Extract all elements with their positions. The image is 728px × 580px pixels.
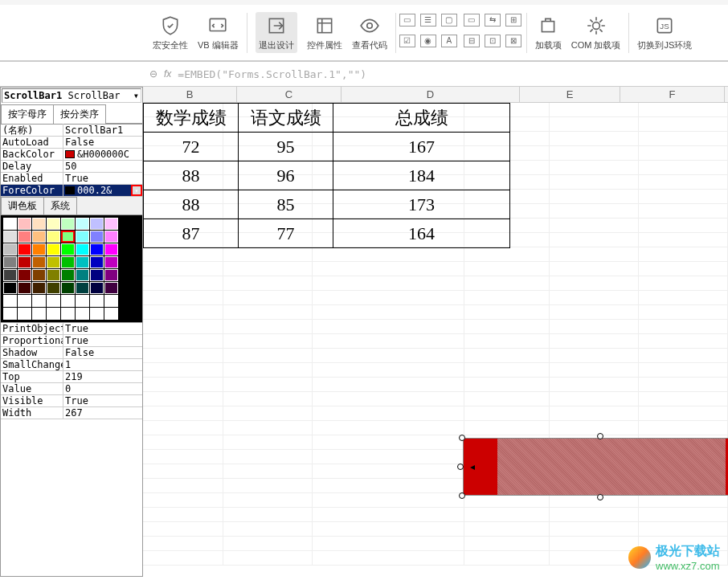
property-row[interactable]: BackColor&H000000C bbox=[1, 149, 142, 161]
cell[interactable] bbox=[223, 508, 313, 522]
color-cell[interactable] bbox=[104, 282, 118, 294]
color-cell[interactable] bbox=[76, 269, 89, 281]
color-cell[interactable] bbox=[32, 282, 46, 294]
color-cell[interactable] bbox=[18, 243, 31, 255]
cell[interactable] bbox=[639, 233, 728, 247]
exit-design-button[interactable]: 退出设计 bbox=[256, 12, 297, 53]
cell[interactable] bbox=[313, 435, 464, 450]
control-item[interactable]: ◉ bbox=[420, 35, 436, 47]
cell[interactable] bbox=[143, 493, 223, 508]
column-header[interactable]: E bbox=[520, 87, 620, 102]
color-cell[interactable] bbox=[47, 295, 60, 307]
fx-icon[interactable]: fx bbox=[164, 68, 171, 80]
cell[interactable] bbox=[313, 349, 464, 363]
cell[interactable] bbox=[143, 392, 223, 406]
cell[interactable] bbox=[550, 349, 639, 363]
cell[interactable] bbox=[550, 233, 639, 247]
cell[interactable] bbox=[550, 262, 639, 276]
color-cell[interactable] bbox=[3, 308, 17, 320]
property-value[interactable]: False bbox=[63, 347, 142, 358]
addins-button[interactable]: 加载项 bbox=[535, 14, 562, 51]
property-value[interactable]: ScrollBar1 bbox=[63, 125, 142, 136]
cell[interactable] bbox=[313, 406, 464, 421]
color-cell[interactable] bbox=[104, 231, 118, 243]
property-value[interactable]: True bbox=[63, 395, 142, 406]
control-item[interactable]: ▢ bbox=[441, 14, 457, 27]
color-cell[interactable] bbox=[90, 243, 104, 255]
color-cell[interactable] bbox=[61, 243, 75, 255]
property-value[interactable]: True bbox=[63, 323, 142, 334]
color-cell[interactable] bbox=[61, 282, 75, 294]
control-item[interactable]: A bbox=[441, 35, 457, 47]
cell[interactable] bbox=[550, 161, 639, 175]
color-cell[interactable] bbox=[76, 256, 89, 268]
color-cell[interactable] bbox=[47, 256, 60, 268]
cell[interactable] bbox=[143, 262, 223, 276]
color-cell[interactable] bbox=[90, 295, 104, 307]
cell[interactable] bbox=[313, 262, 464, 276]
cell[interactable] bbox=[143, 247, 223, 262]
property-row[interactable]: PrintObjectTrue bbox=[1, 323, 142, 335]
cell[interactable] bbox=[639, 406, 728, 421]
color-cell[interactable] bbox=[18, 218, 31, 230]
color-cell[interactable] bbox=[47, 308, 60, 320]
color-cell[interactable] bbox=[3, 282, 17, 294]
cell[interactable] bbox=[143, 406, 223, 421]
cell[interactable] bbox=[223, 406, 313, 421]
color-cell[interactable] bbox=[18, 269, 31, 281]
color-cell[interactable] bbox=[3, 243, 17, 255]
property-row[interactable]: AutoLoadFalse bbox=[1, 137, 142, 149]
color-cell[interactable] bbox=[32, 218, 46, 230]
cell[interactable] bbox=[143, 450, 223, 464]
properties-button[interactable]: 控件属性 bbox=[307, 14, 342, 51]
control-item[interactable]: ⇆ bbox=[485, 14, 501, 27]
cell[interactable] bbox=[550, 247, 639, 262]
cell[interactable] bbox=[639, 132, 728, 146]
cell[interactable] bbox=[223, 551, 313, 566]
color-cell[interactable] bbox=[47, 243, 60, 255]
cell[interactable] bbox=[223, 421, 313, 435]
cell[interactable] bbox=[550, 132, 639, 146]
scrollbar-control[interactable]: ◂ ▸ bbox=[463, 438, 728, 496]
cell[interactable] bbox=[639, 305, 728, 320]
cell[interactable] bbox=[464, 508, 550, 522]
property-row[interactable]: VisibleTrue bbox=[1, 395, 142, 407]
cell[interactable] bbox=[550, 103, 639, 117]
cell[interactable] bbox=[313, 464, 464, 479]
cell[interactable] bbox=[639, 190, 728, 204]
cell[interactable] bbox=[223, 378, 313, 392]
scrollbar-left-arrow[interactable]: ◂ bbox=[464, 439, 481, 495]
color-cell[interactable] bbox=[47, 231, 60, 243]
cell[interactable] bbox=[639, 103, 728, 117]
cell[interactable] bbox=[550, 363, 639, 378]
cell[interactable] bbox=[550, 190, 639, 204]
property-row[interactable]: Top219 bbox=[1, 371, 142, 383]
property-value[interactable]: True bbox=[63, 335, 142, 346]
color-cell[interactable] bbox=[76, 218, 89, 230]
cell[interactable] bbox=[313, 493, 464, 508]
cell[interactable] bbox=[223, 522, 313, 537]
cell[interactable] bbox=[313, 479, 464, 493]
cell[interactable] bbox=[639, 146, 728, 161]
color-cell[interactable] bbox=[3, 256, 17, 268]
cell[interactable] bbox=[464, 276, 550, 291]
color-cell[interactable] bbox=[18, 256, 31, 268]
cell[interactable] bbox=[550, 291, 639, 305]
cell[interactable] bbox=[223, 435, 313, 450]
property-row[interactable]: Width267 bbox=[1, 407, 142, 419]
cell[interactable] bbox=[313, 537, 464, 551]
cell[interactable] bbox=[143, 508, 223, 522]
cell[interactable] bbox=[143, 551, 223, 566]
cell[interactable] bbox=[464, 537, 550, 551]
cell[interactable] bbox=[464, 291, 550, 305]
color-cell[interactable] bbox=[18, 295, 31, 307]
cell[interactable] bbox=[639, 247, 728, 262]
selection-handle[interactable] bbox=[459, 435, 465, 441]
color-cell[interactable] bbox=[47, 218, 60, 230]
view-code-button[interactable]: 查看代码 bbox=[352, 14, 387, 51]
color-cell[interactable] bbox=[32, 243, 46, 255]
cell[interactable] bbox=[313, 551, 464, 566]
switch-js-button[interactable]: JS 切换到JS环境 bbox=[637, 14, 692, 51]
color-cell[interactable] bbox=[18, 308, 31, 320]
color-cell[interactable] bbox=[32, 269, 46, 281]
